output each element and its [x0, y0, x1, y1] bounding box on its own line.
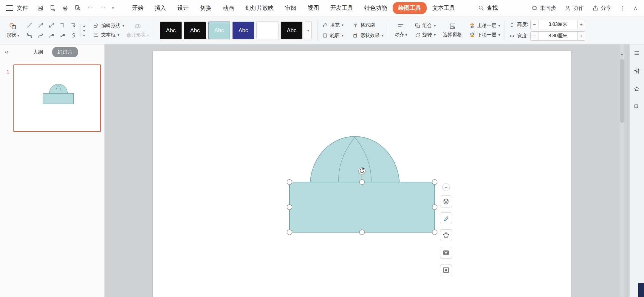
shape-effects-button[interactable]: 形状效果 ▾ — [352, 33, 383, 39]
properties-button[interactable] — [632, 66, 642, 76]
bring-forward-button[interactable]: 上移一层 ▾ — [469, 23, 500, 29]
height-value[interactable]: 3.03厘米 — [538, 20, 577, 29]
shape-elbow-double-arrow[interactable] — [24, 30, 35, 41]
shape-style-1[interactable]: Abc — [160, 21, 182, 39]
tab-insert[interactable]: 插入 — [149, 2, 172, 14]
favorites-button[interactable] — [632, 84, 642, 94]
fill-button[interactable]: 填充 ▾ — [322, 22, 343, 28]
resize-handle-sw[interactable] — [287, 230, 292, 235]
redo-button[interactable] — [100, 5, 106, 11]
shape-library-button[interactable] — [632, 102, 642, 112]
slide-thumbnail[interactable] — [13, 64, 101, 132]
merge-shapes-button[interactable]: 合并形状 ▾ — [124, 16, 151, 44]
scrollbar-thumb[interactable] — [620, 59, 624, 123]
task-pane-button[interactable] — [632, 48, 642, 58]
text-box-button[interactable]: 文本框 ▾ — [93, 32, 124, 38]
resize-handle-s[interactable] — [360, 230, 365, 235]
gallery-scroll-up-icon[interactable]: ▴ — [83, 24, 85, 28]
selection-pane-button[interactable]: 选择窗格 — [441, 23, 465, 38]
fold-ribbon-icon[interactable]: ∧ — [634, 5, 637, 11]
tab-text-tools[interactable]: 文本工具 — [427, 2, 461, 14]
canvas-vertical-scrollbar[interactable]: ▲ — [620, 44, 624, 297]
find-button[interactable]: 查找 — [478, 4, 498, 12]
tab-drawing-tools[interactable]: 绘图工具 — [393, 2, 427, 14]
shape-elbow-connector[interactable] — [57, 20, 68, 30]
tab-animation[interactable]: 动画 — [217, 2, 240, 14]
save-button[interactable] — [37, 5, 44, 11]
align-button[interactable]: 对齐 ▾ — [392, 23, 409, 38]
tab-slides[interactable]: 幻灯片 — [52, 47, 78, 57]
share-button[interactable]: 分享 — [592, 4, 612, 12]
edit-shape-button[interactable]: 编辑形状 ▾ — [93, 23, 124, 29]
collapse-float-toolbar-button[interactable]: − — [442, 183, 450, 191]
send-backward-button[interactable]: 下移一层 ▾ — [469, 32, 500, 38]
file-menu[interactable]: 文件 — [17, 4, 28, 12]
text-style-quick-button[interactable] — [440, 264, 452, 276]
width-decrease-button[interactable]: − — [530, 31, 538, 41]
shape-freeform[interactable] — [68, 30, 79, 41]
width-increase-button[interactable]: + — [577, 31, 585, 41]
layer-quick-button[interactable] — [440, 196, 452, 207]
rotate-button[interactable]: 旋转 ▾ — [414, 32, 436, 38]
width-row: 宽度: − 8.80厘米 + — [509, 31, 585, 41]
editing-canvas[interactable]: − ▲ — [105, 44, 629, 297]
resize-handle-n[interactable] — [360, 180, 365, 185]
shape-elbow-arrow-connector[interactable] — [68, 20, 79, 30]
style-gallery-more-button[interactable]: ▾ — [305, 21, 312, 39]
resize-handle-se[interactable] — [432, 230, 437, 235]
frame-quick-button[interactable] — [440, 247, 452, 259]
export-button[interactable] — [49, 5, 56, 11]
sync-status[interactable]: 未同步 — [531, 4, 556, 12]
main-menu-icon[interactable] — [6, 5, 13, 11]
shape-line[interactable] — [24, 20, 35, 30]
shape-style-5[interactable]: Abc — [256, 21, 278, 39]
tab-home[interactable]: 开始 — [126, 2, 149, 14]
height-decrease-button[interactable]: − — [530, 20, 538, 29]
more-options-icon[interactable]: ⋮ — [620, 5, 625, 11]
resize-handle-e[interactable] — [432, 205, 437, 210]
slide-thumbnail-preview — [14, 65, 100, 131]
gallery-scroll-down-icon[interactable]: ▾ — [83, 29, 85, 33]
shape-style-4[interactable]: Abc — [232, 21, 254, 39]
tab-design[interactable]: 设计 — [172, 2, 194, 14]
shape-curve[interactable] — [35, 30, 46, 41]
collapse-panel-icon[interactable]: « — [5, 48, 8, 56]
tab-slideshow[interactable]: 幻灯片放映 — [240, 2, 279, 14]
resize-handle-nw[interactable] — [287, 180, 292, 185]
group-button[interactable]: 组合 ▾ — [414, 23, 436, 29]
style-brush-quick-button[interactable] — [440, 212, 452, 224]
shape-style-6[interactable]: Abc — [281, 21, 303, 39]
dome-shape[interactable] — [310, 136, 400, 186]
print-button[interactable] — [62, 5, 69, 11]
insert-shape-button[interactable]: 形状 ▾ — [4, 22, 21, 39]
copy-shapes-icon — [633, 103, 640, 110]
shape-style-3-selected[interactable]: Abc — [208, 21, 230, 39]
outline-button[interactable]: 轮廓 ▾ — [322, 33, 343, 39]
quick-access-more-icon[interactable]: ▾ — [112, 6, 114, 10]
shape-curve-arrow[interactable] — [46, 30, 57, 41]
resize-handle-ne[interactable] — [432, 180, 437, 185]
selected-rectangle-shape[interactable] — [290, 182, 435, 232]
shape-style-2[interactable]: Abc — [184, 21, 206, 39]
rotate-handle[interactable] — [359, 167, 365, 174]
height-spinner: − 3.03厘米 + — [530, 20, 585, 29]
collaborate-button[interactable]: 协作 — [564, 4, 584, 12]
tab-developer[interactable]: 开发工具 — [325, 2, 359, 14]
tab-special-features[interactable]: 特色功能 — [359, 2, 393, 14]
format-painter-button[interactable]: 格式刷 — [352, 22, 383, 28]
shape-curve-double-arrow[interactable] — [57, 30, 68, 41]
shape-arrow[interactable] — [35, 20, 46, 30]
tab-review[interactable]: 审阅 — [279, 2, 302, 14]
shape-double-arrow[interactable] — [46, 20, 57, 30]
resize-handle-w[interactable] — [287, 205, 292, 210]
print-preview-button[interactable] — [75, 5, 81, 11]
undo-button[interactable] — [87, 5, 94, 11]
scrollbar-up-icon[interactable]: ▲ — [620, 44, 624, 56]
tab-transitions[interactable]: 切换 — [194, 2, 217, 14]
edit-points-quick-button[interactable] — [440, 229, 452, 241]
tab-view[interactable]: 视图 — [302, 2, 325, 14]
width-value[interactable]: 8.80厘米 — [538, 31, 577, 41]
gallery-expand-icon[interactable]: ▾ — [83, 34, 85, 37]
height-increase-button[interactable]: + — [577, 20, 585, 29]
tab-outline[interactable]: 大纲 — [30, 47, 46, 57]
